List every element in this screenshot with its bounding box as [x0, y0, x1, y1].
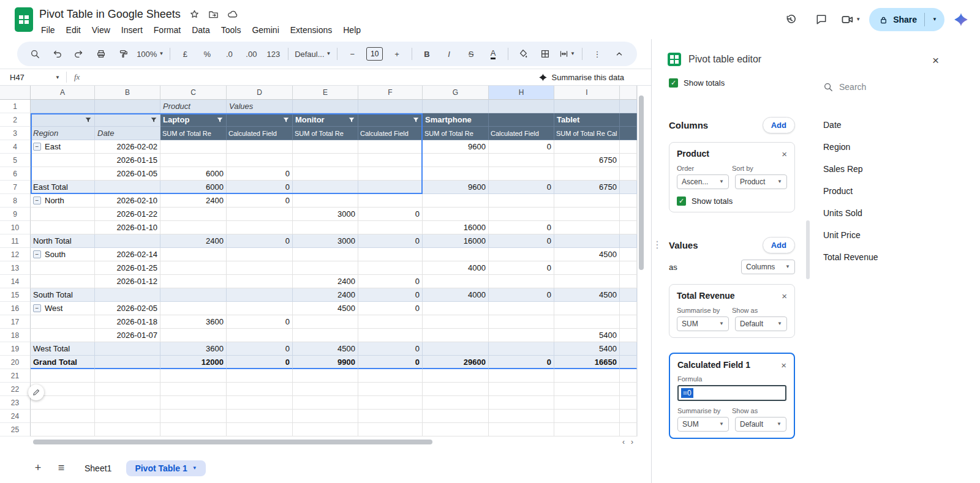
cell-E3[interactable]: SUM of Total Re	[293, 127, 358, 140]
cell-G20[interactable]: 29600	[423, 356, 489, 369]
bold-button[interactable]: B	[417, 45, 437, 62]
cell-D18[interactable]	[227, 329, 293, 342]
cell-C14[interactable]	[160, 275, 227, 288]
undo-button[interactable]	[47, 45, 67, 62]
row-header-2[interactable]: 2	[0, 113, 31, 127]
cell-A11[interactable]: North Total	[31, 234, 95, 248]
cell-C13[interactable]	[160, 261, 227, 275]
cell-I11[interactable]	[554, 234, 620, 248]
cell-H8[interactable]	[489, 194, 554, 208]
cell-E21[interactable]	[293, 369, 358, 383]
column-header-H[interactable]: H	[489, 86, 554, 100]
column-header-F[interactable]: F	[358, 86, 423, 100]
cell-D15[interactable]	[227, 288, 293, 302]
cell-E13[interactable]	[293, 261, 358, 275]
cell-C1[interactable]: Product	[160, 100, 227, 113]
cell-G16[interactable]	[423, 302, 489, 315]
share-menu-caret[interactable]: ▼	[932, 17, 937, 22]
cell-A7[interactable]: East Total	[31, 181, 95, 194]
cell-J1[interactable]	[620, 100, 637, 113]
row-header-16[interactable]: 16	[0, 302, 31, 315]
print-button[interactable]	[91, 45, 111, 62]
row-header-15[interactable]: 15	[0, 288, 31, 302]
cell-D3[interactable]: Calculated Field	[227, 127, 293, 140]
italic-button[interactable]: I	[439, 45, 459, 62]
cell-J24[interactable]	[620, 410, 637, 423]
cell-D22[interactable]	[227, 383, 293, 396]
cell-I5[interactable]: 6750	[554, 154, 620, 167]
cell-E24[interactable]	[293, 410, 358, 423]
product-show-totals-row[interactable]: ✓ Show totals	[677, 197, 787, 206]
cell-C17[interactable]: 3600	[160, 315, 227, 329]
name-box[interactable]: H47 ▼	[0, 73, 66, 82]
cell-B9[interactable]: 2026-01-22	[95, 208, 160, 221]
cell-C23[interactable]	[160, 396, 227, 410]
cell-I7[interactable]: 6750	[554, 181, 620, 194]
cell-D17[interactable]: 0	[227, 315, 293, 329]
remove-product-button[interactable]: ×	[782, 149, 787, 159]
cell-F22[interactable]	[358, 383, 423, 396]
cell-J11[interactable]	[620, 234, 637, 248]
cell-H17[interactable]	[489, 315, 554, 329]
cell-E16[interactable]: 4500	[293, 302, 358, 315]
row-header-18[interactable]: 18	[0, 329, 31, 342]
field-item-sales-rep[interactable]: Sales Rep	[823, 158, 961, 180]
move-folder-icon[interactable]	[208, 9, 219, 20]
cell-D21[interactable]	[227, 369, 293, 383]
cell-I10[interactable]	[554, 221, 620, 234]
cell-E17[interactable]	[293, 315, 358, 329]
row-header-14[interactable]: 14	[0, 275, 31, 288]
vertical-scroll-thumb[interactable]	[639, 95, 644, 270]
cell-E19[interactable]: 4500	[293, 342, 358, 356]
add-values-button[interactable]: Add	[763, 237, 795, 253]
horizontal-scrollbar[interactable]: ‹›	[31, 438, 637, 446]
menu-file[interactable]: File	[36, 23, 61, 37]
cell-F21[interactable]	[358, 369, 423, 383]
cell-B20[interactable]	[95, 356, 160, 369]
cell-G13[interactable]: 4000	[423, 261, 489, 275]
sortby-select[interactable]: Product▼	[735, 174, 787, 189]
name-box-caret[interactable]: ▼	[55, 75, 60, 80]
cell-I16[interactable]	[554, 302, 620, 315]
cell-G8[interactable]	[423, 194, 489, 208]
field-item-date[interactable]: Date	[823, 114, 961, 136]
cell-D13[interactable]	[227, 261, 293, 275]
tab-pivot-table-1[interactable]: Pivot Table 1 ▼	[126, 460, 205, 476]
cell-J21[interactable]	[620, 369, 637, 383]
cell-F15[interactable]: 0	[358, 288, 423, 302]
font-size-button[interactable]: 10	[364, 45, 385, 62]
cell-H18[interactable]	[489, 329, 554, 342]
cell-A14[interactable]	[31, 275, 95, 288]
cell-G2[interactable]: Smartphone	[423, 113, 489, 127]
decrease-font-size-button[interactable]: −	[342, 45, 363, 62]
cell-B10[interactable]: 2026-01-10	[95, 221, 160, 234]
cell-B21[interactable]	[95, 369, 160, 383]
cell-G21[interactable]	[423, 369, 489, 383]
cell-I8[interactable]	[554, 194, 620, 208]
cell-B14[interactable]: 2026-01-12	[95, 275, 160, 288]
field-item-total-revenue[interactable]: Total Revenue	[823, 246, 961, 268]
cell-G18[interactable]	[423, 329, 489, 342]
cell-A19[interactable]: West Total	[31, 342, 95, 356]
field-item-unit-price[interactable]: Unit Price	[823, 224, 961, 246]
filter-icon[interactable]	[282, 116, 290, 124]
comment-button[interactable]	[810, 9, 832, 31]
cell-J14[interactable]	[620, 275, 637, 288]
cell-E25[interactable]	[293, 423, 358, 436]
share-button[interactable]: Share ▼	[869, 8, 944, 31]
cell-I12[interactable]: 4500	[554, 248, 620, 261]
filter-icon[interactable]	[412, 116, 420, 124]
cell-J7[interactable]	[620, 181, 637, 194]
checkbox-checked-icon[interactable]: ✓	[677, 197, 686, 206]
cell-J4[interactable]	[620, 140, 637, 154]
cell-D19[interactable]: 0	[227, 342, 293, 356]
strikethrough-button[interactable]: S	[461, 45, 481, 62]
scroll-left-arrow[interactable]: ‹	[622, 438, 625, 446]
cell-H24[interactable]	[489, 410, 554, 423]
cell-A15[interactable]: South Total	[31, 288, 95, 302]
show-totals-row[interactable]: ✓ Show totals	[669, 78, 795, 88]
row-header-10[interactable]: 10	[0, 221, 31, 234]
cell-A1[interactable]	[31, 100, 95, 113]
cell-F18[interactable]	[358, 329, 423, 342]
summarise-data-chip[interactable]: Summarise this data	[538, 73, 625, 82]
